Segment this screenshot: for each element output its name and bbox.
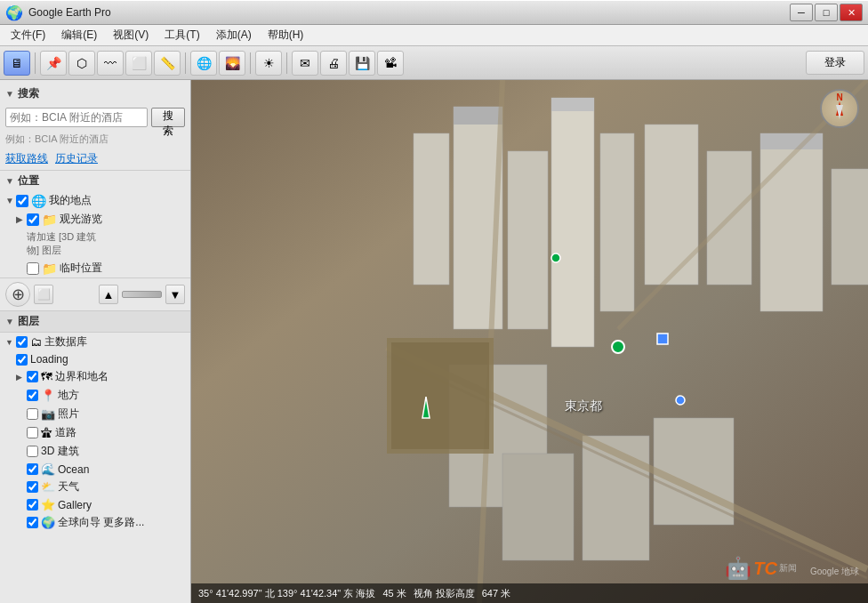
- global-cb[interactable]: [27, 517, 38, 528]
- svg-rect-0: [191, 80, 868, 603]
- coords-text: 35° 41'42.997" 北 139° 41'42.34" 东 海拔: [198, 587, 375, 600]
- tc-sub: 新闻: [779, 562, 797, 575]
- search-input[interactable]: [5, 108, 148, 127]
- layer-loading[interactable]: Loading: [0, 351, 190, 367]
- tour-icon: 📁: [42, 213, 57, 227]
- overlay-btn[interactable]: ⬜: [125, 51, 152, 76]
- layer-places[interactable]: 📍 地方: [0, 386, 190, 405]
- display-btn[interactable]: 🖥: [4, 51, 30, 76]
- light-btn[interactable]: ☀: [255, 51, 282, 76]
- nav-circle[interactable]: ⊕: [5, 282, 30, 307]
- layers-scroll[interactable]: ▼ 🗂 主数据库 Loading ▶ 🗺 边界和地名: [0, 333, 190, 603]
- menu-edit[interactable]: 编辑(E): [54, 26, 104, 44]
- my-places-checkbox[interactable]: [16, 195, 28, 207]
- search-links: 获取路线 历史记录: [5, 151, 185, 166]
- 3d-cb[interactable]: [27, 446, 38, 457]
- ruler-btn[interactable]: 📏: [154, 51, 181, 76]
- zoom-in-btn[interactable]: ▲: [99, 285, 118, 304]
- svg-rect-1: [454, 107, 502, 329]
- city-overlay: [191, 80, 868, 603]
- svg-rect-26: [657, 334, 668, 344]
- weather-cb[interactable]: [27, 481, 38, 493]
- menu-help[interactable]: 帮助(H): [261, 26, 311, 44]
- positions-header[interactable]: ▼ 位置: [0, 171, 190, 191]
- layers-section: ▼ 图层 ▼ 🗂 主数据库 Loading ▶: [0, 311, 190, 603]
- loading-cb[interactable]: [16, 354, 28, 366]
- sky-btn[interactable]: 🌄: [219, 51, 245, 76]
- search-hint: 例如：BCIA 附近的酒店: [5, 131, 185, 148]
- tokyo-label: 東京都: [565, 398, 602, 414]
- scale-bar[interactable]: [122, 291, 162, 298]
- path-btn[interactable]: 〰: [97, 51, 124, 76]
- tour-item[interactable]: ▶ 📁 观光游览: [0, 210, 190, 229]
- tour-subtext: 请加速 [3D 建筑物] 图层: [0, 229, 190, 259]
- svg-rect-10: [707, 151, 751, 285]
- menu-tools[interactable]: 工具(T): [157, 26, 206, 44]
- map-area[interactable]: © 2013 ZENRIN 東京都 N 🤖 TC 新闻 Google 地球 35…: [191, 80, 868, 603]
- ocean-cb[interactable]: [27, 463, 38, 475]
- svg-line-18: [387, 356, 867, 578]
- layers-header[interactable]: ▼ 图层: [0, 311, 190, 333]
- places-label: 地方: [58, 388, 79, 403]
- maindb-cb[interactable]: [16, 336, 28, 348]
- photos-cb[interactable]: [27, 408, 38, 420]
- save-img-btn[interactable]: 💾: [349, 51, 375, 76]
- svg-rect-5: [449, 365, 547, 507]
- print-btn[interactable]: 🖨: [320, 51, 347, 76]
- zoom-out-btn[interactable]: ▼: [165, 285, 185, 304]
- my-places-icon: 🌐: [31, 194, 46, 208]
- layer-maindb[interactable]: ▼ 🗂 主数据库: [0, 333, 190, 351]
- temp-icon: 📁: [42, 261, 57, 276]
- menu-file[interactable]: 文件(F): [4, 26, 52, 44]
- search-button[interactable]: 搜索: [151, 108, 185, 127]
- svg-rect-12: [760, 133, 823, 149]
- tour-label: 观光游览: [60, 212, 102, 227]
- gallery-cb[interactable]: [27, 499, 38, 511]
- tour-checkbox[interactable]: [27, 213, 39, 226]
- history-link[interactable]: 历史记录: [55, 151, 98, 166]
- movie-btn[interactable]: 📽: [377, 51, 404, 76]
- roads-cb[interactable]: [27, 427, 38, 438]
- my-places-item[interactable]: ▼ 🌐 我的地点: [0, 191, 190, 210]
- email-btn[interactable]: ✉: [292, 51, 318, 76]
- globe-btn[interactable]: 🌐: [190, 51, 217, 76]
- layer-global[interactable]: 🌍 全球向导 更多路...: [0, 513, 190, 532]
- close-btn[interactable]: ✕: [840, 4, 863, 21]
- sep1: [35, 52, 36, 74]
- svg-rect-7: [551, 98, 594, 111]
- positions-triangle: ▼: [5, 176, 14, 186]
- minimize-btn[interactable]: ─: [790, 4, 813, 21]
- polygon-btn[interactable]: ⬡: [68, 51, 95, 76]
- layer-weather[interactable]: ⛅ 天气: [0, 478, 190, 496]
- places-icon: 📍: [41, 389, 55, 402]
- layer-photos[interactable]: 📷 照片: [0, 405, 190, 423]
- temp-checkbox[interactable]: [27, 262, 39, 275]
- temp-places-item[interactable]: 📁 临时位置: [0, 259, 190, 277]
- roads-label: 道路: [55, 425, 76, 440]
- layer-3d[interactable]: 3D 建筑: [0, 442, 190, 461]
- weather-label: 天气: [58, 479, 79, 494]
- temp-label: 临时位置: [60, 261, 102, 276]
- status-bar: 35° 41'42.997" 北 139° 41'42.34" 东 海拔 45 …: [191, 583, 868, 603]
- borders-cb[interactable]: [27, 371, 38, 382]
- pin-btn[interactable]: 📌: [40, 51, 67, 76]
- places-cb[interactable]: [27, 390, 38, 401]
- get-route-link[interactable]: 获取路线: [5, 151, 48, 166]
- svg-point-23: [612, 341, 624, 353]
- layer-gallery[interactable]: ⭐ Gallery: [0, 496, 190, 513]
- svg-rect-9: [645, 125, 698, 285]
- menu-view[interactable]: 视图(V): [106, 26, 156, 44]
- layer-roads[interactable]: 🛣 道路: [0, 423, 190, 442]
- nav-square[interactable]: ⬜: [34, 285, 53, 304]
- search-header[interactable]: ▼ 搜索: [5, 84, 185, 104]
- maximize-btn[interactable]: □: [815, 4, 838, 21]
- view-height-text: 647 米: [482, 587, 510, 600]
- buildings-svg: © 2013 ZENRIN: [191, 80, 868, 603]
- tc-text: TC: [753, 559, 777, 579]
- layer-ocean[interactable]: 🌊 Ocean: [0, 461, 190, 478]
- sep3: [250, 52, 251, 74]
- menu-add[interactable]: 添加(A): [209, 26, 259, 44]
- layer-borders[interactable]: ▶ 🗺 边界和地名: [0, 367, 190, 386]
- login-button[interactable]: 登录: [806, 51, 864, 75]
- svg-rect-21: [387, 338, 494, 454]
